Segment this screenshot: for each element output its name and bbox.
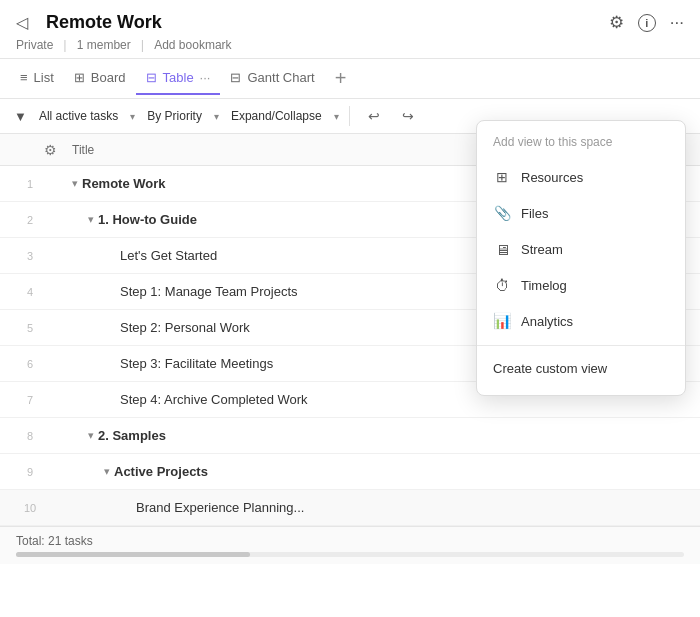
list-tab-label: List [34,70,54,85]
members-label: 1 member [77,38,131,52]
expand-arrow: ▾ [334,111,339,122]
table-tab-icon: ⊟ [146,70,157,85]
settings-icon[interactable]: ⚙ [609,12,624,33]
board-tab-icon: ⊞ [74,70,85,85]
table-tab-dots[interactable]: ··· [200,70,211,85]
row-text: Step 3: Facilitate Meetings [120,356,273,371]
list-tab-icon: ≡ [20,70,28,85]
stream-label: Stream [521,242,563,257]
resources-label: Resources [521,170,583,185]
row-number: 4 [16,286,44,298]
resources-item[interactable]: ⊞ Resources [477,159,685,195]
tab-table[interactable]: ⊟ Table ··· [136,62,221,95]
row-content: ▾ Active Projects [72,464,208,479]
row-content: Brand Experience Planning... [72,500,304,515]
files-label: Files [521,206,548,221]
row-content: Step 4: Archive Completed Work [72,392,308,407]
table-row[interactable]: 10 Brand Experience Planning... [0,490,700,526]
all-tasks-filter[interactable]: All active tasks [31,106,126,126]
bookmark-link[interactable]: Add bookmark [154,38,231,52]
table-tab-label: Table [163,70,194,85]
row-text: Brand Experience Planning... [136,500,304,515]
stream-item[interactable]: 🖥 Stream [477,231,685,267]
filter-icon: ▼ [14,109,27,124]
gantt-tab-icon: ⊟ [230,70,241,85]
timelog-label: Timelog [521,278,567,293]
analytics-icon: 📊 [493,312,511,330]
row-content: Let's Get Started [72,248,217,263]
scrollbar-track[interactable] [16,552,684,557]
table-row[interactable]: 9 ▾ Active Projects [0,454,700,490]
row-content: ▾ 2. Samples [72,428,166,443]
header: ◁ Remote Work ⚙ i ··· Private | 1 member… [0,0,700,59]
row-text: Remote Work [82,176,166,191]
row-number: 7 [16,394,44,406]
row-number: 6 [16,358,44,370]
row-number: 3 [16,250,44,262]
toolbar-actions: ↩ ↪ [360,105,422,127]
redo-button[interactable]: ↪ [394,105,422,127]
arrow-icon: ▾ [72,177,78,190]
tab-list[interactable]: ≡ List [10,62,64,95]
page-title: Remote Work [46,12,162,33]
files-item[interactable]: 📎 Files [477,195,685,231]
add-view-label: Add view to this space [477,131,685,159]
row-content: Step 2: Personal Work [72,320,250,335]
tab-gantt[interactable]: ⊟ Gantt Chart [220,62,324,95]
arrow-icon: ▾ [88,429,94,442]
dropdown-menu: Add view to this space ⊞ Resources 📎 Fil… [476,120,686,396]
scrollbar-thumb [16,552,250,557]
row-text: 1. How-to Guide [98,212,197,227]
row-text: Step 2: Personal Work [120,320,250,335]
row-text: 2. Samples [98,428,166,443]
row-text: Step 4: Archive Completed Work [120,392,308,407]
tab-add[interactable]: + [325,59,357,98]
filter-arrow: ▾ [130,111,135,122]
toolbar-divider [349,106,350,126]
row-number: 1 [16,178,44,190]
subheader: Private | 1 member | Add bookmark [16,37,684,52]
more-icon[interactable]: ··· [670,13,684,33]
board-tab-label: Board [91,70,126,85]
header-icons: ⚙ i ··· [609,12,684,33]
row-text: Step 1: Manage Team Projects [120,284,298,299]
row-content: Step 1: Manage Team Projects [72,284,298,299]
row-content: Step 3: Facilitate Meetings [72,356,273,371]
sidebar-toggle[interactable]: ◁ [16,13,36,32]
settings-col-icon[interactable]: ⚙ [44,142,72,158]
info-icon[interactable]: i [638,14,656,32]
resources-icon: ⊞ [493,168,511,186]
timelog-icon: ⏱ [493,276,511,294]
priority-filter[interactable]: By Priority [139,106,210,126]
table-row[interactable]: 8 ▾ 2. Samples [0,418,700,454]
timelog-item[interactable]: ⏱ Timelog [477,267,685,303]
row-content: ▾ 1. How-to Guide [72,212,197,227]
create-custom-view[interactable]: Create custom view [477,352,685,385]
priority-arrow: ▾ [214,111,219,122]
analytics-item[interactable]: 📊 Analytics [477,303,685,339]
stream-icon: 🖥 [493,240,511,258]
tabs-bar: ≡ List ⊞ Board ⊟ Table ··· ⊟ Gantt Chart… [0,59,700,99]
files-icon: 📎 [493,204,511,222]
row-text: Let's Get Started [120,248,217,263]
dropdown-divider [477,345,685,346]
analytics-label: Analytics [521,314,573,329]
table-footer: Total: 21 tasks [0,526,700,564]
row-text: Active Projects [114,464,208,479]
total-tasks-label: Total: 21 tasks [16,534,684,548]
undo-button[interactable]: ↩ [360,105,388,127]
expand-collapse-btn[interactable]: Expand/Collapse [223,106,330,126]
arrow-icon: ▾ [88,213,94,226]
arrow-icon: ▾ [104,465,110,478]
tab-board[interactable]: ⊞ Board [64,62,136,95]
row-content: ▾ Remote Work [72,176,166,191]
gantt-tab-label: Gantt Chart [247,70,314,85]
privacy-label: Private [16,38,53,52]
row-number: 8 [16,430,44,442]
title-column-header: Title [72,143,94,157]
row-number: 9 [16,466,44,478]
row-number: 10 [16,502,44,514]
row-number: 5 [16,322,44,334]
row-number: 2 [16,214,44,226]
